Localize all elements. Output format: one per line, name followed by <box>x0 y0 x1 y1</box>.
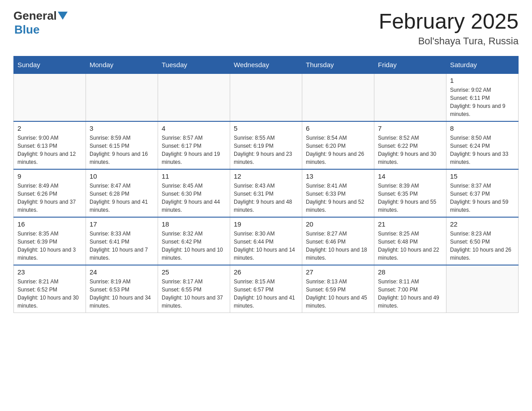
calendar-cell: 14Sunrise: 8:39 AMSunset: 6:35 PMDayligh… <box>374 169 446 217</box>
day-info: Sunrise: 8:35 AMSunset: 6:39 PMDaylight:… <box>17 230 82 262</box>
day-number: 2 <box>17 124 82 132</box>
day-number: 5 <box>234 124 298 132</box>
day-number: 1 <box>450 77 515 84</box>
calendar-cell: 4Sunrise: 8:57 AMSunset: 6:17 PMDaylight… <box>158 121 230 169</box>
day-info: Sunrise: 8:15 AMSunset: 6:57 PMDaylight:… <box>234 278 298 310</box>
calendar-cell: 2Sunrise: 9:00 AMSunset: 6:13 PMDaylight… <box>14 121 86 169</box>
calendar-cell: 7Sunrise: 8:52 AMSunset: 6:22 PMDaylight… <box>374 121 446 169</box>
day-number: 8 <box>450 124 515 132</box>
day-info: Sunrise: 8:19 AMSunset: 6:53 PMDaylight:… <box>90 278 154 310</box>
day-number: 16 <box>17 220 82 228</box>
day-number: 13 <box>306 172 370 180</box>
calendar-cell: 12Sunrise: 8:43 AMSunset: 6:31 PMDayligh… <box>230 169 302 217</box>
day-number: 9 <box>17 172 82 180</box>
day-number: 17 <box>90 220 154 228</box>
weekday-header-wednesday: Wednesday <box>230 56 302 74</box>
calendar-cell: 5Sunrise: 8:55 AMSunset: 6:19 PMDaylight… <box>230 121 302 169</box>
calendar-cell <box>14 73 86 121</box>
calendar-cell <box>158 73 230 121</box>
day-info: Sunrise: 8:25 AMSunset: 6:48 PMDaylight:… <box>378 230 442 262</box>
calendar-cell: 13Sunrise: 8:41 AMSunset: 6:33 PMDayligh… <box>302 169 374 217</box>
weekday-header-monday: Monday <box>86 56 158 74</box>
day-number: 12 <box>234 172 298 180</box>
day-number: 28 <box>378 268 442 276</box>
day-info: Sunrise: 8:17 AMSunset: 6:55 PMDaylight:… <box>162 278 226 310</box>
calendar-cell: 3Sunrise: 8:59 AMSunset: 6:15 PMDaylight… <box>86 121 158 169</box>
calendar-body: 1Sunrise: 9:02 AMSunset: 6:11 PMDaylight… <box>14 73 519 313</box>
day-info: Sunrise: 8:13 AMSunset: 6:59 PMDaylight:… <box>306 278 370 310</box>
day-number: 23 <box>17 268 82 276</box>
day-info: Sunrise: 8:49 AMSunset: 6:26 PMDaylight:… <box>17 182 82 214</box>
calendar-cell: 11Sunrise: 8:45 AMSunset: 6:30 PMDayligh… <box>158 169 230 217</box>
calendar-cell: 28Sunrise: 8:11 AMSunset: 7:00 PMDayligh… <box>374 265 446 313</box>
day-number: 4 <box>162 124 226 132</box>
weekday-header-saturday: Saturday <box>446 56 519 74</box>
calendar-cell: 15Sunrise: 8:37 AMSunset: 6:37 PMDayligh… <box>446 169 519 217</box>
calendar-week-row: 16Sunrise: 8:35 AMSunset: 6:39 PMDayligh… <box>14 217 519 265</box>
calendar-cell: 22Sunrise: 8:23 AMSunset: 6:50 PMDayligh… <box>446 217 519 265</box>
day-number: 22 <box>450 220 515 228</box>
title-section: February 2025 Bol'shaya Tura, Russia <box>379 9 519 47</box>
calendar-week-row: 9Sunrise: 8:49 AMSunset: 6:26 PMDaylight… <box>14 169 519 217</box>
day-number: 20 <box>306 220 370 228</box>
logo-blue-text: Blue <box>14 23 39 36</box>
calendar-table: SundayMondayTuesdayWednesdayThursdayFrid… <box>13 56 519 313</box>
calendar-cell: 26Sunrise: 8:15 AMSunset: 6:57 PMDayligh… <box>230 265 302 313</box>
calendar-cell: 17Sunrise: 8:33 AMSunset: 6:41 PMDayligh… <box>86 217 158 265</box>
calendar-cell: 16Sunrise: 8:35 AMSunset: 6:39 PMDayligh… <box>14 217 86 265</box>
day-number: 15 <box>450 172 515 180</box>
day-number: 21 <box>378 220 442 228</box>
weekday-header-thursday: Thursday <box>302 56 374 74</box>
day-info: Sunrise: 8:47 AMSunset: 6:28 PMDaylight:… <box>90 182 154 214</box>
day-info: Sunrise: 8:43 AMSunset: 6:31 PMDaylight:… <box>234 182 298 214</box>
day-info: Sunrise: 8:33 AMSunset: 6:41 PMDaylight:… <box>90 230 154 262</box>
calendar-cell: 18Sunrise: 8:32 AMSunset: 6:42 PMDayligh… <box>158 217 230 265</box>
day-info: Sunrise: 8:57 AMSunset: 6:17 PMDaylight:… <box>162 134 226 166</box>
calendar-cell <box>374 73 446 121</box>
day-info: Sunrise: 8:50 AMSunset: 6:24 PMDaylight:… <box>450 134 515 166</box>
day-number: 6 <box>306 124 370 132</box>
calendar-week-row: 2Sunrise: 9:00 AMSunset: 6:13 PMDaylight… <box>14 121 519 169</box>
logo-triangle-icon <box>58 12 68 21</box>
calendar-week-row: 1Sunrise: 9:02 AMSunset: 6:11 PMDaylight… <box>14 73 519 121</box>
calendar-cell: 6Sunrise: 8:54 AMSunset: 6:20 PMDaylight… <box>302 121 374 169</box>
day-info: Sunrise: 8:30 AMSunset: 6:44 PMDaylight:… <box>234 230 298 262</box>
calendar-cell: 8Sunrise: 8:50 AMSunset: 6:24 PMDaylight… <box>446 121 519 169</box>
calendar-cell: 27Sunrise: 8:13 AMSunset: 6:59 PMDayligh… <box>302 265 374 313</box>
weekday-header-row: SundayMondayTuesdayWednesdayThursdayFrid… <box>14 56 519 74</box>
day-info: Sunrise: 9:00 AMSunset: 6:13 PMDaylight:… <box>17 134 82 166</box>
day-info: Sunrise: 8:59 AMSunset: 6:15 PMDaylight:… <box>90 134 154 166</box>
day-number: 14 <box>378 172 442 180</box>
calendar-cell: 9Sunrise: 8:49 AMSunset: 6:26 PMDaylight… <box>14 169 86 217</box>
calendar-week-row: 23Sunrise: 8:21 AMSunset: 6:52 PMDayligh… <box>14 265 519 313</box>
day-info: Sunrise: 8:52 AMSunset: 6:22 PMDaylight:… <box>378 134 442 166</box>
calendar-cell <box>302 73 374 121</box>
weekday-header-tuesday: Tuesday <box>158 56 230 74</box>
day-info: Sunrise: 8:23 AMSunset: 6:50 PMDaylight:… <box>450 230 515 262</box>
day-info: Sunrise: 8:54 AMSunset: 6:20 PMDaylight:… <box>306 134 370 166</box>
day-info: Sunrise: 9:02 AMSunset: 6:11 PMDaylight:… <box>450 86 515 118</box>
calendar-cell <box>230 73 302 121</box>
day-info: Sunrise: 8:39 AMSunset: 6:35 PMDaylight:… <box>378 182 442 214</box>
calendar-cell <box>446 265 519 313</box>
day-number: 10 <box>90 172 154 180</box>
calendar-cell: 24Sunrise: 8:19 AMSunset: 6:53 PMDayligh… <box>86 265 158 313</box>
svg-marker-0 <box>58 12 68 20</box>
day-number: 26 <box>234 268 298 276</box>
logo: General Blue <box>13 9 68 37</box>
day-info: Sunrise: 8:21 AMSunset: 6:52 PMDaylight:… <box>17 278 82 310</box>
day-number: 24 <box>90 268 154 276</box>
weekday-header-sunday: Sunday <box>14 56 86 74</box>
day-info: Sunrise: 8:41 AMSunset: 6:33 PMDaylight:… <box>306 182 370 214</box>
day-info: Sunrise: 8:45 AMSunset: 6:30 PMDaylight:… <box>162 182 226 214</box>
page-header: General Blue February 2025 Bol'shaya Tur… <box>13 9 519 47</box>
day-number: 27 <box>306 268 370 276</box>
day-number: 25 <box>162 268 226 276</box>
calendar-cell: 23Sunrise: 8:21 AMSunset: 6:52 PMDayligh… <box>14 265 86 313</box>
day-info: Sunrise: 8:32 AMSunset: 6:42 PMDaylight:… <box>162 230 226 262</box>
day-info: Sunrise: 8:11 AMSunset: 7:00 PMDaylight:… <box>378 278 442 310</box>
day-number: 3 <box>90 124 154 132</box>
calendar-cell <box>86 73 158 121</box>
calendar-cell: 10Sunrise: 8:47 AMSunset: 6:28 PMDayligh… <box>86 169 158 217</box>
day-number: 19 <box>234 220 298 228</box>
